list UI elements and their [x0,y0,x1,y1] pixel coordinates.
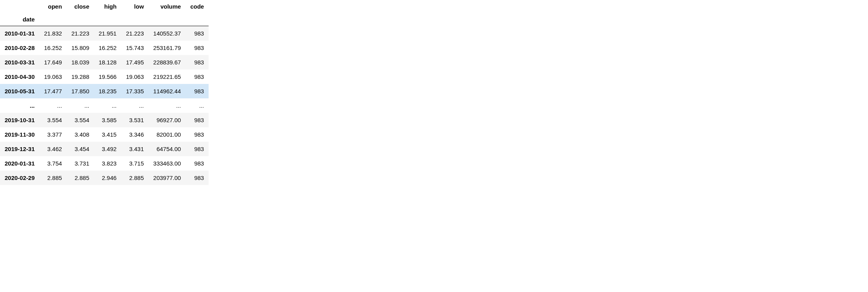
table-row: 2019-10-313.5543.5543.5853.53196927.0098… [0,113,209,127]
cell: ... [94,98,121,113]
cell: 983 [186,127,209,142]
cell: 3.754 [39,156,67,171]
cell: 3.531 [121,113,148,127]
cell: 3.715 [121,156,148,171]
cell: 18.039 [67,55,94,69]
cell: 19.288 [67,69,94,84]
table-row: 2020-01-313.7543.7313.8233.715333463.009… [0,156,209,171]
col-header-low: low [121,0,148,13]
row-index: 2019-12-31 [0,142,39,156]
blank-header [0,0,39,13]
cell: 3.585 [94,113,121,127]
cell: 2.946 [94,171,121,185]
table-row: 2019-11-303.3773.4083.4153.34682001.0098… [0,127,209,142]
cell: ... [121,98,148,113]
cell: 983 [186,84,209,98]
cell: 64754.00 [148,142,186,156]
cell: 983 [186,26,209,41]
index-name-row: date [0,13,209,26]
table-row: 2010-05-3117.47717.85018.23517.335114962… [0,84,209,98]
row-index: 2010-01-31 [0,26,39,41]
table-row: 2019-12-313.4623.4543.4923.43164754.0098… [0,142,209,156]
table-row: 2010-03-3117.64918.03918.12817.495228839… [0,55,209,69]
cell: 983 [186,55,209,69]
cell: 2.885 [121,171,148,185]
cell: 21.223 [67,26,94,41]
dataframe-table: open close high low volume code date 201… [0,0,209,185]
cell: 983 [186,171,209,185]
cell: ... [67,98,94,113]
cell: 3.408 [67,127,94,142]
cell: 983 [186,41,209,55]
col-header-open: open [39,0,67,13]
cell: 3.492 [94,142,121,156]
table-row: ..................... [0,98,209,113]
cell: 16.252 [94,41,121,55]
cell: 96927.00 [148,113,186,127]
cell: 3.462 [39,142,67,156]
cell: 3.346 [121,127,148,142]
cell: 3.554 [39,113,67,127]
cell: 17.649 [39,55,67,69]
table-header: open close high low volume code date [0,0,209,26]
cell: 253161.79 [148,41,186,55]
cell: ... [186,98,209,113]
cell: 21.223 [121,26,148,41]
cell: 3.454 [67,142,94,156]
cell: 219221.65 [148,69,186,84]
row-index: 2020-02-29 [0,171,39,185]
col-header-code: code [186,0,209,13]
cell: 16.252 [39,41,67,55]
cell: 140552.37 [148,26,186,41]
cell: 15.743 [121,41,148,55]
cell: 3.731 [67,156,94,171]
row-index: 2020-01-31 [0,156,39,171]
cell: 983 [186,113,209,127]
cell: 18.128 [94,55,121,69]
cell: 3.415 [94,127,121,142]
cell: 21.832 [39,26,67,41]
cell: 18.235 [94,84,121,98]
cell: 21.951 [94,26,121,41]
cell: 114962.44 [148,84,186,98]
cell: 983 [186,142,209,156]
cell: 983 [186,69,209,84]
table-row: 2020-02-292.8852.8852.9462.885203977.009… [0,171,209,185]
table-row: 2010-04-3019.06319.28819.56619.063219221… [0,69,209,84]
cell: 3.823 [94,156,121,171]
cell: 3.377 [39,127,67,142]
row-index: 2019-10-31 [0,113,39,127]
cell: 2.885 [39,171,67,185]
row-index: 2010-03-31 [0,55,39,69]
row-index: ... [0,98,39,113]
col-header-high: high [94,0,121,13]
col-header-volume: volume [148,0,186,13]
cell: 19.566 [94,69,121,84]
cell: 3.554 [67,113,94,127]
cell: 17.850 [67,84,94,98]
cell: 17.477 [39,84,67,98]
cell: 17.335 [121,84,148,98]
row-index: 2019-11-30 [0,127,39,142]
cell: 15.809 [67,41,94,55]
cell: ... [39,98,67,113]
cell: ... [148,98,186,113]
cell: 3.431 [121,142,148,156]
cell: 2.885 [67,171,94,185]
table-row: 2010-01-3121.83221.22321.95121.223140552… [0,26,209,41]
column-header-row: open close high low volume code [0,0,209,13]
cell: 203977.00 [148,171,186,185]
cell: 228839.67 [148,55,186,69]
row-index: 2010-04-30 [0,69,39,84]
row-index: 2010-02-28 [0,41,39,55]
col-header-close: close [67,0,94,13]
cell: 983 [186,156,209,171]
cell: 17.495 [121,55,148,69]
cell: 19.063 [39,69,67,84]
table-body: 2010-01-3121.83221.22321.95121.223140552… [0,26,209,185]
row-index: 2010-05-31 [0,84,39,98]
table-row: 2010-02-2816.25215.80916.25215.743253161… [0,41,209,55]
index-name: date [0,13,39,26]
cell: 333463.00 [148,156,186,171]
cell: 19.063 [121,69,148,84]
